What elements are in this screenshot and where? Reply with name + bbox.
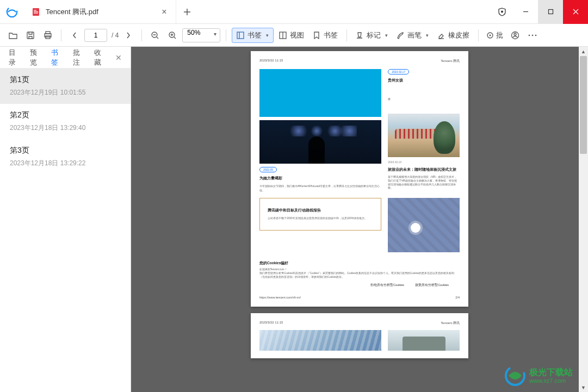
report-box: 腾讯碳中和目标及行动路线报告 公司承诺不晚于2030年实现自身运营及供应链的全面… <box>259 198 381 231</box>
brush-icon <box>397 32 404 39</box>
sidebar-tab-bookmark[interactable]: 书签 <box>51 48 63 67</box>
bookmark-item[interactable]: 第1页 2023年12月19日 10:01:55 <box>0 69 131 104</box>
bookmark-item[interactable]: 第3页 2023年12月18日 13:29:22 <box>0 139 131 175</box>
more-button[interactable] <box>525 28 540 43</box>
article-image <box>259 69 381 117</box>
tab-close-button[interactable]: × <box>158 6 170 18</box>
approve-tool-button[interactable]: 批 <box>484 28 505 43</box>
close-button[interactable] <box>563 0 588 24</box>
sidebar: 目录 预览 书签 批注 收藏 ✕ 第1页 2023年12月19日 10:01:5… <box>0 47 131 392</box>
toolbar: / 4 50% 书签 ▾ 视图 书签 标记 ▾ 画笔 ▾ 橡皮擦 批 <box>0 24 588 47</box>
view-tool-button[interactable]: 视图 <box>276 28 307 43</box>
view-icon <box>279 32 287 39</box>
print-button[interactable] <box>40 28 55 43</box>
svg-rect-4 <box>34 10 36 10</box>
open-file-button[interactable] <box>5 28 21 43</box>
page-number-input[interactable] <box>84 29 107 42</box>
svg-point-20 <box>532 34 534 36</box>
scrollbar-track[interactable] <box>579 56 588 383</box>
tab-title: Tencent 腾讯.pdf <box>46 7 153 17</box>
pdf-page: 2023/3/22 11:15 Tencent 腾讯 <box>251 313 468 358</box>
zoom-in-button[interactable] <box>165 28 180 43</box>
pdf-file-icon <box>32 8 40 16</box>
sidebar-close-button[interactable]: ✕ <box>115 53 122 62</box>
scroll-down-button[interactable]: ▼ <box>579 383 588 392</box>
scrollbar-thumb[interactable] <box>580 56 587 154</box>
save-button[interactable] <box>23 28 38 43</box>
panel-icon <box>237 32 244 39</box>
sidebar-tabs: 目录 预览 书签 批注 收藏 ✕ <box>0 47 131 69</box>
sidebar-tab-preview[interactable]: 预览 <box>30 48 41 67</box>
watermark: 极光下载站 www.xz7.com <box>504 365 573 387</box>
eraser-tool-button[interactable]: 橡皮擦 <box>434 28 473 43</box>
sidebar-tab-annotation[interactable]: 批注 <box>73 48 84 67</box>
window-controls <box>491 0 588 23</box>
zoom-select[interactable]: 50% <box>182 28 220 42</box>
eraser-icon <box>437 32 445 39</box>
app-logo <box>0 0 24 23</box>
bookmark-item[interactable]: 第2页 2023年12月18日 13:29:40 <box>0 104 131 139</box>
bookmark-icon <box>313 32 320 39</box>
svg-point-5 <box>501 10 503 13</box>
pdf-page: 2023/3/22 11:15 Tencent 腾讯 2022.05 为她力量喝… <box>251 51 468 307</box>
article-image <box>388 198 460 252</box>
maximize-button[interactable] <box>538 0 563 24</box>
svg-point-22 <box>506 366 524 385</box>
minimize-button[interactable] <box>513 0 538 24</box>
document-viewer[interactable]: 2023/3/22 11:15 Tencent 腾讯 2022.05 为她力量喝… <box>131 47 588 392</box>
mark-icon <box>356 32 363 39</box>
article-image <box>259 120 381 164</box>
next-page-button[interactable] <box>121 28 136 43</box>
bookmark-tool-button[interactable]: 书签 ▾ <box>232 28 274 43</box>
brush-tool-button[interactable]: 画笔 ▾ <box>393 28 432 43</box>
svg-point-18 <box>514 33 516 35</box>
zoom-out-button[interactable] <box>147 28 163 43</box>
chevron-down-icon: ▾ <box>426 33 429 38</box>
svg-point-21 <box>535 34 537 36</box>
new-tab-button[interactable] <box>176 0 198 23</box>
svg-rect-3 <box>34 13 38 13</box>
titlebar: Tencent 腾讯.pdf × <box>0 0 588 24</box>
mark-tool-button[interactable]: 标记 ▾ <box>352 28 391 43</box>
bookmark-list: 第1页 2023年12月19日 10:01:55 第2页 2023年12月18日… <box>0 69 131 392</box>
sidebar-tab-catalog[interactable]: 目录 <box>9 48 20 67</box>
svg-rect-6 <box>548 10 553 14</box>
user-button[interactable] <box>507 28 523 43</box>
svg-rect-7 <box>27 32 34 39</box>
svg-rect-13 <box>237 32 244 39</box>
article-image <box>388 330 460 351</box>
svg-rect-2 <box>34 11 38 12</box>
chevron-down-icon: ▾ <box>266 33 269 38</box>
svg-point-16 <box>490 34 491 36</box>
page-total-label: / 4 <box>112 32 119 39</box>
shield-icon[interactable] <box>491 8 513 16</box>
prev-page-button[interactable] <box>67 28 82 43</box>
svg-point-19 <box>529 34 530 36</box>
cookie-section: 您的Cookies偏好 欢迎来到Tencent.com！ 我们希望使用分析类Co… <box>259 258 460 287</box>
vertical-scrollbar[interactable]: ▲ ▼ <box>579 47 588 392</box>
chevron-down-icon: ▾ <box>385 33 388 38</box>
gear-icon <box>486 32 494 39</box>
tab-document[interactable]: Tencent 腾讯.pdf × <box>24 0 176 23</box>
bookmark2-tool-button[interactable]: 书签 <box>310 28 341 43</box>
sidebar-tab-favorite[interactable]: 收藏 <box>94 48 106 67</box>
article-image <box>259 330 381 351</box>
article-image <box>388 114 460 157</box>
scroll-up-button[interactable]: ▲ <box>579 47 588 56</box>
